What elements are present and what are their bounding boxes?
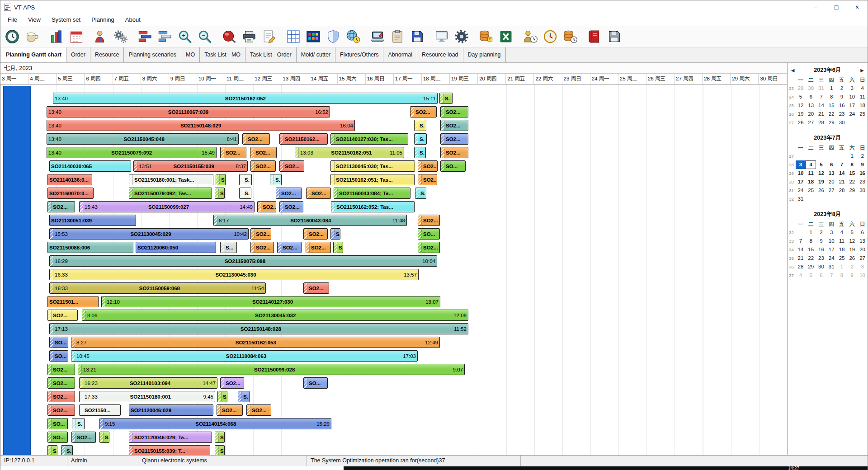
db-lock-icon[interactable] bbox=[476, 27, 496, 47]
calendar-day[interactable]: 23 bbox=[816, 254, 826, 263]
gantt-bar[interactable]: SO2... bbox=[410, 106, 437, 118]
calendar-day[interactable]: 19 bbox=[796, 110, 806, 118]
gantt-bar[interactable]: SO2... bbox=[250, 242, 274, 253]
calendar-day[interactable]: 9 bbox=[837, 93, 847, 101]
gantt-bar[interactable]: SO... bbox=[49, 337, 68, 348]
calendar-day[interactable]: 8 bbox=[806, 237, 816, 245]
calendar-day[interactable]: 30 bbox=[857, 186, 868, 195]
gantt-bar[interactable]: 13:03SO21150162:05111:05 bbox=[295, 147, 404, 158]
calendar-day[interactable]: 1 bbox=[806, 228, 816, 237]
calendar-day[interactable]: 19 bbox=[847, 245, 857, 254]
calendar-day[interactable]: 8 bbox=[837, 271, 847, 280]
gantt-bar[interactable]: SO21150180:001; Task... bbox=[129, 174, 213, 185]
calendar-day[interactable]: 22 bbox=[806, 254, 816, 263]
calendar-day[interactable]: 17 bbox=[796, 178, 806, 186]
gantt-bar[interactable]: 17:13SO21150148:02811:52 bbox=[49, 323, 468, 334]
tab-planning-scenarios[interactable]: Planning scenarios bbox=[124, 47, 181, 62]
gantt-bar[interactable]: 8:27SO21150162:05312:49 bbox=[71, 337, 440, 348]
gantt-bar[interactable]: SO21160070:0... bbox=[47, 188, 94, 199]
calendar-day[interactable]: 6 bbox=[857, 228, 868, 237]
gantt-bar[interactable]: 16:23SO21140103:09414:47 bbox=[79, 377, 217, 389]
gantt-bar[interactable]: 13:40SO21110067:03916:52 bbox=[47, 106, 330, 118]
calendar-day[interactable]: 24 bbox=[826, 254, 837, 263]
gantt-bar[interactable]: SO2... bbox=[250, 160, 276, 172]
tool-ball-icon[interactable] bbox=[219, 27, 239, 47]
gantt-bar[interactable]: S. bbox=[414, 133, 427, 145]
calendar-day[interactable]: 1 bbox=[847, 152, 857, 160]
gantt-bar[interactable]: SO... bbox=[47, 432, 68, 443]
calendar-day[interactable]: 12 bbox=[796, 101, 806, 110]
calendar-day[interactable]: 4 bbox=[796, 271, 806, 280]
calendar-day[interactable]: 31 bbox=[826, 263, 837, 271]
timer-icon[interactable] bbox=[2, 27, 22, 47]
gantt-bar[interactable]: S. bbox=[439, 93, 453, 104]
calendar-day[interactable]: 12 bbox=[847, 237, 857, 245]
gantt-mo-icon[interactable] bbox=[135, 27, 155, 47]
calendar-day[interactable]: 8 bbox=[826, 93, 837, 101]
gantt-bar[interactable]: 13:21SO21150099:0289:07 bbox=[78, 364, 465, 375]
calendar-day[interactable]: 23 bbox=[857, 178, 868, 186]
calendar-day[interactable]: 22 bbox=[847, 178, 857, 186]
calendar-day[interactable]: 18 bbox=[806, 178, 816, 186]
gantt-bar[interactable]: SO2... bbox=[279, 160, 304, 172]
gantt-bar[interactable]: S. bbox=[99, 432, 109, 443]
calendar-day[interactable]: 10 bbox=[826, 237, 837, 245]
calendar-day[interactable]: 19 bbox=[816, 178, 826, 186]
calendar-day[interactable]: 29 bbox=[826, 118, 837, 127]
gantt-bar[interactable]: SO2... bbox=[306, 188, 331, 199]
clipboard-icon[interactable] bbox=[387, 27, 407, 47]
menu-about[interactable]: About bbox=[120, 15, 146, 25]
tab-fixtures-others[interactable]: Fixtures/Others bbox=[335, 47, 383, 62]
gantt-bar[interactable]: 13:40SO21150162:05215:11 bbox=[53, 93, 438, 104]
gantt-bar[interactable]: 16:29SO21150075:08810:04 bbox=[49, 255, 437, 267]
calendar-day[interactable]: 28 bbox=[796, 263, 806, 271]
gantt-bar[interactable]: S. bbox=[270, 174, 282, 185]
gantt-bar[interactable]: S. bbox=[414, 120, 426, 131]
calendar-day[interactable]: 2 bbox=[837, 84, 847, 93]
menu-system-set[interactable]: System set bbox=[46, 15, 86, 25]
gantt-bar[interactable]: 17:33SO21150180:0019:45 bbox=[79, 391, 215, 402]
calendar-day[interactable]: 2 bbox=[847, 263, 857, 271]
calendar-day[interactable]: 25 bbox=[837, 254, 847, 263]
calendar-day[interactable]: 3 bbox=[796, 160, 806, 169]
gantt-bar[interactable]: SO21150088:006 bbox=[47, 242, 133, 253]
gantt-bar[interactable]: SO2... bbox=[303, 282, 329, 294]
calendar-day[interactable]: 29 bbox=[806, 263, 816, 271]
gantt-bar[interactable]: SO21150162... bbox=[279, 133, 328, 145]
calendar-day[interactable]: 13 bbox=[806, 101, 816, 110]
calendar-day[interactable]: 29 bbox=[847, 186, 857, 195]
gantt-bar[interactable]: S. bbox=[216, 174, 226, 185]
menu-view[interactable]: View bbox=[23, 15, 46, 25]
gantt-bar[interactable]: 16:33SO21150059:06811:54 bbox=[49, 282, 266, 294]
gantt-bar[interactable]: SO2... bbox=[47, 377, 75, 389]
gantt-bar[interactable]: SO... bbox=[49, 350, 68, 362]
calendar-day[interactable]: 18 bbox=[837, 245, 847, 254]
clock-icon[interactable] bbox=[540, 27, 560, 47]
calendar-day[interactable]: 17 bbox=[847, 101, 857, 110]
gantt-bar[interactable]: S. bbox=[215, 188, 225, 199]
calendar-day[interactable]: 20 bbox=[806, 110, 816, 118]
tab-day-planning[interactable]: Day planning bbox=[463, 47, 506, 62]
calendar-day[interactable]: 30 bbox=[806, 84, 816, 93]
calendar-day[interactable]: 4 bbox=[806, 160, 816, 169]
calendar-day[interactable]: 4 bbox=[837, 228, 847, 237]
gantt-bar[interactable]: 13:40SO21150148:02916:04 bbox=[47, 120, 355, 131]
gantt-bar[interactable]: 12:10SO21140127:03013:07 bbox=[101, 296, 440, 307]
calendar-day[interactable]: 15 bbox=[826, 101, 837, 110]
menu-file[interactable]: File bbox=[2, 15, 23, 25]
gantt-bar[interactable]: SO21160043:084; Ta... bbox=[334, 188, 410, 199]
calendar-day[interactable]: 14 bbox=[796, 245, 806, 254]
gantt-bar[interactable]: S. bbox=[61, 445, 73, 455]
calendar-day[interactable]: 25 bbox=[857, 110, 868, 118]
gantt-bar[interactable]: SO2... bbox=[279, 201, 303, 212]
operator-icon[interactable] bbox=[91, 27, 111, 47]
calendar-day[interactable]: 11 bbox=[806, 169, 816, 178]
calendar-day[interactable]: 5 bbox=[806, 271, 816, 280]
calendar-day[interactable]: 21 bbox=[796, 254, 806, 263]
gantt-bar[interactable]: 15:53SO21130045:02910:42 bbox=[49, 228, 249, 240]
calendar-day[interactable]: 5 bbox=[796, 93, 806, 101]
gantt-bar[interactable]: 13:51SO21150155:0398:37 bbox=[133, 160, 248, 172]
gantt-bar[interactable]: 10:45SO21110084:06317:03 bbox=[71, 350, 418, 362]
gantt-bar[interactable]: SO2... bbox=[250, 228, 271, 240]
calendar-day[interactable]: 7 bbox=[837, 160, 847, 169]
